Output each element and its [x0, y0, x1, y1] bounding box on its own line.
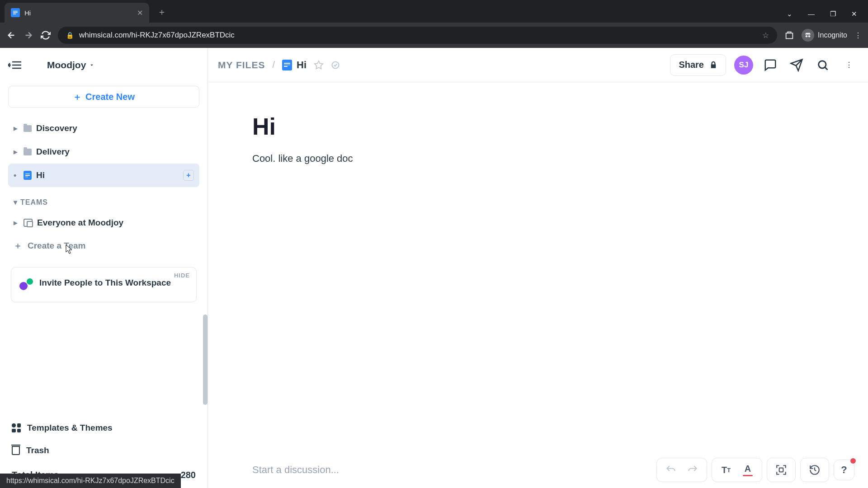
- extensions-icon[interactable]: [784, 30, 794, 40]
- expand-icon[interactable]: ▶: [14, 126, 19, 131]
- breadcrumb-separator: /: [272, 60, 275, 70]
- svg-point-6: [819, 61, 826, 68]
- version-tool-group: [800, 458, 829, 482]
- plus-icon: ＋: [14, 240, 22, 252]
- search-icon[interactable]: [814, 56, 832, 74]
- doc-favicon-icon: [11, 8, 20, 17]
- text-tool-group: TT A: [712, 458, 762, 482]
- invite-text: Invite People to This Workspace: [39, 277, 171, 290]
- hide-invite-button[interactable]: HIDE: [174, 272, 190, 279]
- help-button[interactable]: ?: [834, 460, 854, 480]
- address-bar[interactable]: 🔒 whimsical.com/hi-RKJz7x67dpoJZRexBTDci…: [58, 27, 777, 44]
- maximize-icon[interactable]: ❐: [830, 10, 836, 18]
- share-label: Share: [679, 60, 704, 70]
- sync-status-icon[interactable]: [331, 61, 340, 70]
- focus-mode-icon[interactable]: [772, 460, 791, 479]
- create-new-button[interactable]: ＋ Create New: [8, 86, 199, 108]
- chevron-down-icon: [89, 62, 95, 68]
- back-icon[interactable]: [6, 30, 16, 40]
- svg-point-4: [808, 35, 811, 38]
- reload-icon[interactable]: [41, 30, 51, 40]
- create-team-label: Create a Team: [28, 241, 86, 251]
- close-tab-icon[interactable]: ✕: [137, 9, 143, 17]
- tree-item-discovery[interactable]: ▶ Discovery: [8, 117, 199, 140]
- tree-item-hi[interactable]: • Hi +: [8, 164, 199, 187]
- incognito-icon: [802, 29, 814, 42]
- templates-link[interactable]: Templates & Themes: [0, 417, 208, 439]
- doc-icon: [282, 60, 292, 70]
- tree-label: Hi: [36, 170, 179, 180]
- svg-rect-1: [13, 12, 18, 13]
- user-avatar[interactable]: SJ: [734, 56, 753, 75]
- profile-incognito[interactable]: Incognito: [802, 29, 847, 42]
- tree-label: Discovery: [36, 123, 194, 133]
- expand-icon[interactable]: ▶: [14, 149, 19, 155]
- breadcrumb-title[interactable]: Hi: [297, 59, 307, 71]
- invite-card[interactable]: HIDE Invite People to This Workspace: [11, 267, 197, 302]
- team-icon: [24, 219, 33, 227]
- text-tool-icon[interactable]: TT: [717, 460, 736, 479]
- close-window-icon[interactable]: ✕: [851, 10, 857, 18]
- team-item-everyone[interactable]: ▶ Everyone at Moodjoy: [8, 211, 199, 235]
- url-text: whimsical.com/hi-RKJz7x67dpoJZRexBTDcic: [79, 31, 235, 40]
- create-team-button[interactable]: ＋ Create a Team: [0, 235, 208, 257]
- notification-dot-icon: [850, 458, 856, 464]
- workspace-switcher[interactable]: Moodjoy: [47, 60, 95, 70]
- svg-rect-2: [13, 14, 16, 14]
- sidebar-scrollbar[interactable]: [203, 314, 208, 405]
- collapse-sidebar-icon[interactable]: [8, 60, 22, 70]
- window-controls: ⌄ — ❐ ✕: [787, 10, 868, 23]
- breadcrumb-root[interactable]: MY FILES: [218, 60, 265, 70]
- bottom-toolbar: Start a discussion... TT A ?: [208, 452, 868, 488]
- trash-link[interactable]: Trash: [0, 439, 208, 462]
- tree-label: Delivery: [36, 147, 194, 157]
- plus-icon: ＋: [73, 91, 82, 103]
- svg-rect-7: [779, 468, 783, 472]
- comments-icon[interactable]: [761, 56, 779, 74]
- browser-menu-icon[interactable]: ⋮: [854, 31, 862, 40]
- version-history-icon[interactable]: [805, 460, 824, 479]
- document-title[interactable]: Hi: [252, 113, 868, 140]
- history-tool-group: [656, 458, 707, 482]
- redo-icon[interactable]: [683, 460, 702, 479]
- browser-toolbar: 🔒 whimsical.com/hi-RKJz7x67dpoJZRexBTDci…: [0, 23, 868, 48]
- discussion-input[interactable]: Start a discussion...: [252, 464, 656, 476]
- text-color-icon[interactable]: A: [738, 460, 757, 479]
- browser-tab[interactable]: Hi ✕: [5, 3, 149, 23]
- folder-icon: [24, 149, 32, 155]
- forward-icon[interactable]: [24, 30, 33, 40]
- teams-header-label: TEAMS: [20, 198, 48, 206]
- document-topbar: MY FILES / Hi Share SJ ⋮: [208, 48, 868, 82]
- app-root: Moodjoy ＋ Create New ▶ Discovery ▶ Deliv…: [0, 48, 868, 488]
- undo-icon[interactable]: [661, 460, 680, 479]
- templates-icon: [12, 423, 21, 432]
- file-tree: ▶ Discovery ▶ Delivery • Hi +: [0, 117, 208, 187]
- browser-status-bar: https://whimsical.com/hi-RKJz7x67dpoJZRe…: [0, 474, 181, 488]
- breadcrumb-current: Hi: [282, 59, 307, 71]
- collapse-icon: ▾: [14, 198, 18, 206]
- incognito-label: Incognito: [818, 31, 847, 39]
- tab-title: Hi: [24, 9, 137, 17]
- document-editor[interactable]: Hi Cool. like a google doc: [208, 82, 868, 452]
- invite-people-icon: [19, 278, 33, 292]
- favorite-star-icon[interactable]: [314, 60, 324, 70]
- browser-tab-strip: Hi ✕ ＋ ⌄ — ❐ ✕: [0, 0, 868, 23]
- more-menu-icon[interactable]: ⋮: [840, 56, 858, 74]
- templates-label: Templates & Themes: [27, 423, 113, 433]
- trash-label: Trash: [26, 446, 49, 455]
- add-child-button[interactable]: +: [183, 170, 194, 181]
- new-tab-button[interactable]: ＋: [157, 6, 166, 18]
- tabs-dropdown-icon[interactable]: ⌄: [787, 10, 793, 18]
- send-icon[interactable]: [788, 56, 806, 74]
- svg-rect-0: [13, 11, 18, 12]
- bookmark-star-icon[interactable]: ☆: [762, 31, 769, 40]
- document-body[interactable]: Cool. like a google doc: [252, 153, 868, 164]
- share-button[interactable]: Share: [670, 54, 726, 76]
- total-items-value: 280: [181, 470, 196, 480]
- teams-section-header[interactable]: ▾ TEAMS: [0, 187, 208, 211]
- sidebar-header: Moodjoy: [0, 48, 208, 82]
- expand-icon[interactable]: ▶: [14, 220, 19, 226]
- tree-item-delivery[interactable]: ▶ Delivery: [8, 140, 199, 164]
- minimize-icon[interactable]: —: [808, 10, 815, 18]
- create-new-label: Create New: [85, 92, 135, 102]
